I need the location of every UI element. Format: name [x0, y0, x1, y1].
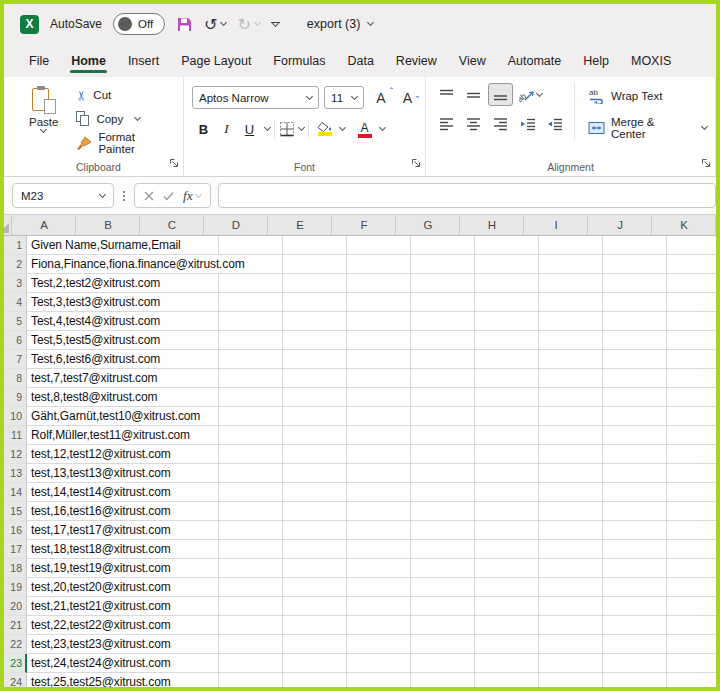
- column-header-b[interactable]: B: [76, 215, 140, 235]
- row-header-3[interactable]: 3: [4, 274, 27, 293]
- fill-color-dropdown-chevron-icon[interactable]: [339, 124, 346, 131]
- align-left-button[interactable]: [434, 112, 459, 135]
- row-header-23[interactable]: 23: [4, 654, 27, 673]
- row-cells[interactable]: Test,2,test2@xitrust.com: [27, 274, 716, 293]
- insert-function-icon[interactable]: fx: [183, 188, 193, 204]
- fill-color-button[interactable]: [313, 117, 336, 141]
- align-bottom-button[interactable]: [488, 83, 513, 106]
- borders-dropdown-chevron-icon[interactable]: [298, 124, 305, 131]
- column-header-g[interactable]: G: [396, 215, 460, 235]
- merge-center-dropdown-chevron-icon[interactable]: [701, 123, 708, 130]
- row-cells[interactable]: test,17,test17@xitrust.com: [27, 521, 716, 540]
- undo-dropdown-chevron-icon[interactable]: [220, 19, 227, 26]
- row-header-13[interactable]: 13: [4, 464, 27, 483]
- row-header-16[interactable]: 16: [4, 521, 27, 540]
- bold-button[interactable]: B: [192, 117, 215, 141]
- row-header-8[interactable]: 8: [4, 369, 27, 388]
- row-cells[interactable]: test,22,test22@xitrust.com: [27, 616, 716, 635]
- row-cells[interactable]: test,16,test16@xitrust.com: [27, 502, 716, 521]
- underline-dropdown-chevron-icon[interactable]: [264, 124, 271, 131]
- title-dropdown-chevron-icon[interactable]: [367, 19, 374, 26]
- row-header-17[interactable]: 17: [4, 540, 27, 559]
- document-title[interactable]: export (3): [307, 17, 361, 31]
- align-center-button[interactable]: [461, 112, 486, 135]
- align-right-button[interactable]: [488, 112, 513, 135]
- row-cells[interactable]: Test,3,test3@xitrust.com: [27, 293, 716, 312]
- copy-dropdown-chevron-icon[interactable]: [134, 114, 141, 121]
- cancel-icon[interactable]: [144, 191, 154, 201]
- font-dialog-launcher-icon[interactable]: [411, 154, 421, 172]
- column-header-i[interactable]: I: [524, 215, 588, 235]
- select-all-button[interactable]: [4, 215, 12, 235]
- tab-insert[interactable]: Insert: [117, 48, 170, 77]
- row-cells[interactable]: test,19,test19@xitrust.com: [27, 559, 716, 578]
- row-header-4[interactable]: 4: [4, 293, 27, 312]
- row-cells[interactable]: test,8,test8@xitrust.com: [27, 388, 716, 407]
- row-cells[interactable]: test,7,test7@xitrust.com: [27, 369, 716, 388]
- row-header-18[interactable]: 18: [4, 559, 27, 578]
- row-cells[interactable]: test,13,test13@xitrust.com: [27, 464, 716, 483]
- font-color-button[interactable]: A: [353, 117, 376, 141]
- column-header-c[interactable]: C: [140, 215, 204, 235]
- row-header-24[interactable]: 24: [4, 673, 27, 691]
- enter-icon[interactable]: [163, 191, 174, 201]
- row-cells[interactable]: test,24,test24@xitrust.com: [27, 654, 716, 673]
- formula-input[interactable]: [218, 183, 716, 208]
- column-header-k[interactable]: K: [652, 215, 716, 235]
- column-header-a[interactable]: A: [12, 215, 76, 235]
- align-middle-button[interactable]: [461, 83, 486, 106]
- tab-moxis[interactable]: MOXIS: [620, 48, 682, 77]
- row-header-9[interactable]: 9: [4, 388, 27, 407]
- excel-logo-icon[interactable]: X: [20, 15, 39, 34]
- borders-icon[interactable]: [279, 121, 295, 137]
- redo-dropdown-chevron-icon[interactable]: [254, 19, 261, 26]
- underline-button[interactable]: U: [238, 117, 261, 141]
- font-size-select[interactable]: 11: [324, 86, 364, 109]
- tab-data[interactable]: Data: [336, 48, 384, 77]
- row-cells[interactable]: Rolf,Müller,test11@xitrust.com: [27, 426, 716, 445]
- row-header-5[interactable]: 5: [4, 312, 27, 331]
- row-cells[interactable]: test,12,test12@xitrust.com: [27, 445, 716, 464]
- column-header-d[interactable]: D: [204, 215, 268, 235]
- row-cells[interactable]: Gäht,Garnüt,test10@xitrust.com: [27, 407, 716, 426]
- tab-formulas[interactable]: Formulas: [262, 48, 336, 77]
- row-header-2[interactable]: 2: [4, 255, 27, 274]
- row-header-21[interactable]: 21: [4, 616, 27, 635]
- wrap-text-button[interactable]: ab Wrap Text: [588, 83, 707, 108]
- row-cells[interactable]: Fiona,Finance,fiona.finance@xitrust.com: [27, 255, 716, 274]
- redo-icon[interactable]: ↻: [237, 15, 250, 34]
- align-top-button[interactable]: [434, 83, 459, 106]
- row-header-11[interactable]: 11: [4, 426, 27, 445]
- row-cells[interactable]: Test,4,test4@xitrust.com: [27, 312, 716, 331]
- column-header-f[interactable]: F: [332, 215, 396, 235]
- column-header-j[interactable]: J: [588, 215, 652, 235]
- row-header-15[interactable]: 15: [4, 502, 27, 521]
- tab-home[interactable]: Home: [60, 48, 117, 77]
- save-icon[interactable]: [176, 16, 193, 33]
- column-header-e[interactable]: E: [268, 215, 332, 235]
- row-header-20[interactable]: 20: [4, 597, 27, 616]
- row-cells[interactable]: Given Name,Surname,Email: [27, 236, 716, 255]
- row-cells[interactable]: test,18,test18@xitrust.com: [27, 540, 716, 559]
- row-header-22[interactable]: 22: [4, 635, 27, 654]
- tab-view[interactable]: View: [448, 48, 497, 77]
- formula-bar-resize-handle[interactable]: [121, 191, 127, 201]
- grow-font-button[interactable]: A ˆ: [371, 88, 390, 108]
- increase-indent-button[interactable]: [542, 112, 567, 135]
- column-header-h[interactable]: H: [460, 215, 524, 235]
- row-header-10[interactable]: 10: [4, 407, 27, 426]
- clipboard-dialog-launcher-icon[interactable]: [169, 154, 179, 172]
- decrease-indent-button[interactable]: [515, 112, 540, 135]
- row-header-7[interactable]: 7: [4, 350, 27, 369]
- row-cells[interactable]: test,20,test20@xitrust.com: [27, 578, 716, 597]
- autosave-toggle[interactable]: Off: [113, 13, 165, 35]
- paste-button[interactable]: Paste: [22, 83, 65, 155]
- row-header-19[interactable]: 19: [4, 578, 27, 597]
- row-header-6[interactable]: 6: [4, 331, 27, 350]
- undo-icon[interactable]: ↺: [204, 15, 217, 34]
- row-cells[interactable]: test,21,test21@xitrust.com: [27, 597, 716, 616]
- name-box[interactable]: M23: [12, 183, 114, 208]
- italic-button[interactable]: I: [215, 117, 238, 141]
- alignment-dialog-launcher-icon[interactable]: [701, 154, 711, 172]
- shrink-font-button[interactable]: A ˆ: [398, 88, 417, 108]
